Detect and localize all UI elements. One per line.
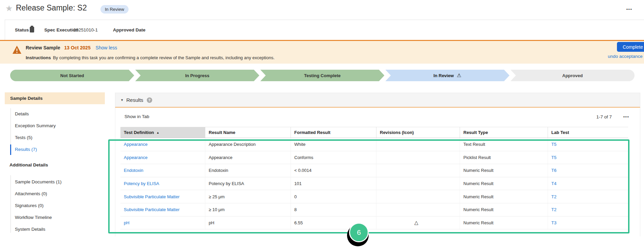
workflow-stage-bar: Not Started In Progress Testing Complete… <box>10 70 635 81</box>
cell-result-name: Potency by ELISA <box>205 177 291 190</box>
lab-test-link[interactable]: T6 <box>551 168 556 173</box>
sidebar-item-details[interactable]: Details <box>15 111 29 116</box>
collapse-icon[interactable]: ▾ <box>121 98 123 102</box>
cell-result-type: Numeric Result <box>460 177 548 190</box>
column-header-result-type[interactable]: Result Type <box>460 127 548 138</box>
cell-result-type: Text Result <box>460 138 548 151</box>
pagination-text: 1-7 of 7 <box>596 114 612 119</box>
show-less-link[interactable]: Show less <box>96 45 117 50</box>
sidebar-item-attachments[interactable]: Attachments (0) <box>15 191 47 196</box>
approved-date-label: Approved Date <box>113 27 145 32</box>
sidebar-selected-indicator <box>10 144 11 155</box>
cell-revisions <box>376 164 460 177</box>
sidebar-item-system-details[interactable]: System Details <box>15 227 45 232</box>
warning-triangle-icon <box>12 45 22 55</box>
stage-in-review: In Review ⚠ <box>385 70 509 81</box>
cell-result-type: Numeric Result <box>460 203 548 216</box>
lab-test-link[interactable]: T5 <box>551 155 556 160</box>
results-section-header: ▾ Results ? <box>115 93 640 108</box>
page-actions-menu-icon[interactable]: ••• <box>626 7 632 11</box>
stage-warning-icon: ⚠ <box>457 72 461 78</box>
cell-result-name: Appearance Description <box>205 138 291 151</box>
table-row: Potency by ELISA Potency by ELISA 101 Nu… <box>120 177 628 190</box>
complete-button[interactable]: Complete <box>617 42 644 52</box>
cell-result-name: ≥ 10 μm <box>205 203 291 216</box>
cell-formatted-result: 8 <box>291 203 376 216</box>
test-definition-link[interactable]: Potency by ELISA <box>124 181 159 186</box>
lab-test-link[interactable]: T2 <box>551 194 556 199</box>
column-header-test-definition[interactable]: Test Definition ▲ <box>120 127 205 138</box>
stage-not-started: Not Started <box>10 70 134 81</box>
instructions-text: By completing this task you are confirmi… <box>53 55 274 60</box>
lab-test-link[interactable]: T3 <box>551 220 556 225</box>
sidebar-item-results[interactable]: Results (7) <box>15 147 37 152</box>
show-in-tab-link[interactable]: Show in Tab <box>124 114 149 119</box>
table-row: Endotoxin Endotoxin < 0.0014 Numeric Res… <box>120 164 628 177</box>
results-table-body: Appearance Appearance Description White … <box>120 138 628 229</box>
cell-result-name: ≥ 25 μm <box>205 190 291 203</box>
sidebar-group-line <box>10 175 11 233</box>
test-definition-link[interactable]: Subvisible Particulate Matter <box>124 207 180 212</box>
test-definition-link[interactable]: pH <box>124 220 130 225</box>
cell-revisions <box>376 177 460 190</box>
cell-result-type: Numeric Result <box>460 217 548 229</box>
table-actions-menu-icon[interactable]: ••• <box>623 115 629 119</box>
task-banner: Review Sample 13 Oct 2025 Show less Inst… <box>0 40 644 64</box>
sidebar-item-exception-summary[interactable]: Exception Summary <box>15 123 56 128</box>
cell-result-name: Endotoxin <box>205 164 291 177</box>
cell-result-type: Numeric Result <box>460 190 548 203</box>
column-header-revisions[interactable]: Revisions (Icon) <box>376 127 460 138</box>
instructions-label: Instructions <box>26 55 51 60</box>
cell-formatted-result: White <box>291 138 376 151</box>
column-header-result-name[interactable]: Result Name <box>205 127 291 138</box>
page: ★ Release Sample: S2 In Review ••• Statu… <box>0 0 644 248</box>
cell-revisions <box>376 190 460 203</box>
table-row: Appearance Appearance Description White … <box>120 138 628 151</box>
column-header-lab-test[interactable]: Lab Test <box>548 127 628 138</box>
page-title: Release Sample: S2 <box>16 3 87 13</box>
task-due-date: 13 Oct 2025 <box>64 45 91 50</box>
test-definition-link[interactable]: Appearance <box>124 155 147 160</box>
test-definition-link[interactable]: Endotoxin <box>124 168 143 173</box>
test-definition-link[interactable]: Appearance <box>124 142 147 147</box>
cell-formatted-result: 101 <box>291 177 376 190</box>
help-icon[interactable]: ? <box>147 97 152 103</box>
cell-revisions <box>376 138 460 151</box>
column-header-formatted-result[interactable]: Formatted Result <box>291 127 376 138</box>
sidebar-item-signatures[interactable]: Signatures (0) <box>15 203 44 208</box>
favorite-star-icon[interactable]: ★ <box>5 4 13 13</box>
cell-revisions <box>376 203 460 216</box>
status-badge: In Review <box>100 5 129 14</box>
sidebar-item-sample-documents[interactable]: Sample Documents (1) <box>15 179 62 184</box>
task-name: Review Sample <box>26 45 60 50</box>
sort-asc-icon: ▲ <box>156 131 159 134</box>
table-row: Subvisible Particulate Matter ≥ 10 μm 8 … <box>120 203 628 217</box>
cell-revisions <box>376 151 460 164</box>
table-row: Subvisible Particulate Matter ≥ 25 μm 0 … <box>120 190 628 203</box>
spec-execution-value: 20251010-1 <box>73 27 98 32</box>
lab-test-link[interactable]: T2 <box>551 207 556 212</box>
clipboard-icon <box>30 27 34 32</box>
cell-result-type: Numeric Result <box>460 164 548 177</box>
results-table-header: Test Definition ▲ Result Name Formatted … <box>120 127 628 138</box>
sidebar-item-workflow-timeline[interactable]: Workflow Timeline <box>15 215 52 220</box>
lab-test-link[interactable]: T5 <box>551 142 556 147</box>
sidebar-header-additional-details: Additional Details <box>9 162 48 167</box>
sidebar-item-sample-details[interactable]: Sample Details <box>5 92 105 104</box>
stage-testing-complete: Testing Complete <box>260 70 385 81</box>
stage-approved: Approved <box>510 70 635 81</box>
cell-result-type: Picklist Result <box>460 151 548 164</box>
lab-test-link[interactable]: T4 <box>551 181 556 186</box>
sidebar-item-tests[interactable]: Tests (5) <box>15 135 32 140</box>
table-row: Appearance Appearance Conforms Picklist … <box>120 151 628 164</box>
status-field-label: Status <box>15 27 29 32</box>
test-definition-link[interactable]: Subvisible Particulate Matter <box>124 194 180 199</box>
cell-formatted-result: < 0.0014 <box>291 164 376 177</box>
results-section-title: Results <box>127 97 143 103</box>
revision-triangle-icon: △ <box>376 217 460 229</box>
undo-acceptance-link[interactable]: undo acceptance <box>608 54 643 59</box>
cell-result-name: pH <box>205 217 291 229</box>
cell-result-name: Appearance <box>205 151 291 164</box>
meta-bar: Status Spec Execution 20251010-1 Approve… <box>5 20 644 40</box>
cell-formatted-result: Conforms <box>291 151 376 164</box>
